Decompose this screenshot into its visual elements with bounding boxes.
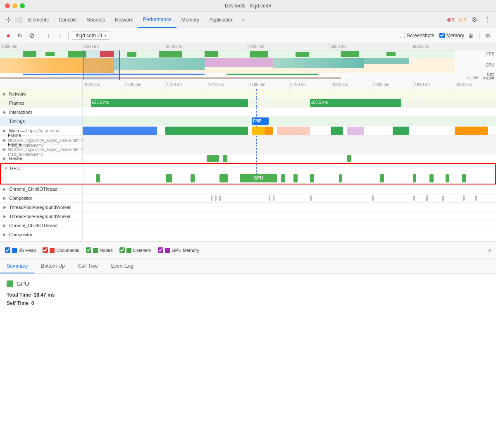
raster-row[interactable]: ▶ Raster: [0, 154, 496, 163]
comp1-block-3[interactable]: [219, 195, 221, 201]
main-block-8[interactable]: [393, 127, 409, 135]
tab-application[interactable]: Application: [204, 12, 238, 28]
main-block-9[interactable]: [455, 127, 488, 135]
comp1-block-12[interactable]: [475, 195, 477, 201]
main-block-4[interactable]: [265, 127, 273, 135]
close-button[interactable]: [5, 3, 10, 8]
main-expand[interactable]: ▶: [3, 129, 7, 133]
compositor2-expand[interactable]: ▶: [3, 232, 7, 237]
comp1-block-10[interactable]: [442, 195, 444, 201]
main-block-7[interactable]: [347, 127, 364, 135]
gpu-memory-item[interactable]: GPU Memory: [158, 247, 199, 253]
frame-block-2[interactable]: 103.5 ms: [310, 99, 401, 107]
delete-button[interactable]: 🗑: [466, 31, 476, 41]
screenshots-checkbox-label[interactable]: Screenshots: [400, 33, 434, 38]
interactions-expand[interactable]: ▶: [3, 110, 7, 114]
gpu-block-5[interactable]: [281, 174, 285, 182]
gpu-block-3[interactable]: [191, 174, 195, 182]
raster-block-2[interactable]: [223, 155, 227, 162]
timings-row[interactable]: Timings FMP: [0, 117, 496, 126]
thread-pool2-expand[interactable]: ▶: [3, 214, 7, 218]
documents-checkbox[interactable]: [43, 247, 48, 253]
tab-bottom-up[interactable]: Bottom-Up: [34, 259, 71, 273]
clear-button[interactable]: ⊘: [26, 31, 36, 41]
raster-expand[interactable]: ▶: [3, 156, 7, 161]
screenshots-checkbox[interactable]: [400, 33, 405, 38]
gpu-block-4[interactable]: [219, 174, 228, 182]
devtools-layout-icon[interactable]: ⬜: [13, 15, 23, 25]
nodes-checkbox[interactable]: [86, 247, 91, 253]
memory-checkbox[interactable]: [439, 33, 445, 38]
gpu-main-block[interactable]: GPU: [240, 174, 277, 182]
raster-block-3[interactable]: [347, 155, 351, 162]
tab-summary[interactable]: Summary: [0, 259, 34, 273]
documents-item[interactable]: Documents: [43, 247, 79, 253]
compositor1-row[interactable]: ▶ Compositor: [0, 194, 496, 203]
gpu-block-10[interactable]: [413, 174, 416, 182]
frame2-row[interactable]: ▶ Frame — https://st.jingxi.com/_async_c…: [0, 145, 496, 154]
frame1-expand[interactable]: ▶: [3, 138, 6, 142]
interactions-row[interactable]: ▶ Interactions: [0, 108, 496, 117]
maximize-button[interactable]: [20, 3, 25, 8]
gpu-block-11[interactable]: [429, 174, 434, 182]
compositor2-row[interactable]: ▶ Compositor: [0, 230, 496, 239]
chrome-child1-row[interactable]: ▶ Chrome_ChildIOThread: [0, 184, 496, 194]
gpu-block-9[interactable]: [380, 174, 384, 182]
thread-pool2-row[interactable]: ▶ ThreadPoolForegroundWorker: [0, 212, 496, 221]
js-heap-checkbox[interactable]: [5, 247, 10, 253]
memory-menu-icon[interactable]: ≡: [488, 247, 491, 253]
tab-call-tree[interactable]: Call Tree: [72, 259, 105, 273]
gpu-block-2[interactable]: [166, 174, 172, 182]
reload-button[interactable]: ↻: [15, 31, 25, 41]
upload-button[interactable]: ↑: [43, 31, 53, 41]
settings-gear-icon[interactable]: ⚙: [483, 31, 493, 41]
tab-performance[interactable]: Performance: [138, 12, 176, 28]
timeline-overview[interactable]: 1000 ms 2000 ms 3000 ms 4000 ms 5000 ms …: [0, 43, 496, 80]
comp1-block-5[interactable]: [273, 195, 274, 201]
domain-selector[interactable]: m.jd.com #1 ▾: [72, 31, 110, 40]
thread-pool1-expand[interactable]: ▶: [3, 205, 7, 209]
gpu-expand[interactable]: ▼: [4, 166, 8, 170]
thread-pool1-row[interactable]: ▶ ThreadPoolForegroundWorker: [0, 203, 496, 212]
record-button[interactable]: ●: [3, 31, 13, 41]
comp1-block-11[interactable]: [463, 195, 465, 201]
listeners-item[interactable]: Listeners: [119, 247, 152, 253]
more-options-button[interactable]: ⋮: [483, 15, 493, 25]
chrome-child2-row[interactable]: ▶ Chrome_ChildIOThread: [0, 221, 496, 230]
main-block-1[interactable]: [83, 127, 157, 135]
comp1-block-9[interactable]: [426, 195, 428, 201]
main-block-3[interactable]: [252, 127, 265, 135]
network-expand[interactable]: ▶: [3, 92, 7, 96]
main-block-6[interactable]: [331, 127, 343, 135]
network-row[interactable]: ▶ Network: [0, 89, 496, 98]
tab-elements[interactable]: Elements: [23, 12, 54, 28]
gpu-block-13[interactable]: [462, 174, 466, 182]
gpu-block-1[interactable]: [96, 174, 100, 182]
comp1-block-1[interactable]: [211, 195, 212, 201]
fmp-marker[interactable]: FMP: [252, 117, 269, 125]
gpu-block-8[interactable]: [339, 174, 342, 182]
listeners-checkbox[interactable]: [119, 247, 125, 253]
comp1-block-6[interactable]: [310, 195, 312, 201]
tab-network[interactable]: Network: [110, 12, 138, 28]
tab-event-log[interactable]: Event Log: [105, 259, 140, 273]
download-button[interactable]: ↓: [55, 31, 65, 41]
comp1-block-2[interactable]: [215, 195, 217, 201]
more-tabs-button[interactable]: »: [238, 15, 248, 25]
tab-sources[interactable]: Sources: [82, 12, 110, 28]
gpu-block-6[interactable]: [293, 174, 298, 182]
tab-memory[interactable]: Memory: [176, 12, 204, 28]
main-block-5[interactable]: [277, 127, 310, 135]
compositor1-expand[interactable]: ▶: [3, 196, 7, 200]
frame2-expand[interactable]: ▶: [3, 147, 6, 151]
selection-overlay[interactable]: [83, 50, 120, 80]
gpu-block-7[interactable]: [310, 174, 314, 182]
memory-checkbox-label[interactable]: Memory: [439, 33, 464, 38]
gpu-memory-checkbox[interactable]: [158, 247, 163, 253]
nodes-item[interactable]: Nodes: [86, 247, 113, 253]
gpu-block-12[interactable]: [446, 174, 449, 182]
frame-block-1[interactable]: 633.2 ms: [91, 99, 248, 107]
main-block-2[interactable]: [165, 127, 248, 135]
timeline-detail[interactable]: 1680 ms 1700 ms 1720 ms 1740 ms 1760 ms …: [0, 80, 496, 242]
frames-row[interactable]: Frames 633.2 ms 103.5 ms: [0, 98, 496, 108]
